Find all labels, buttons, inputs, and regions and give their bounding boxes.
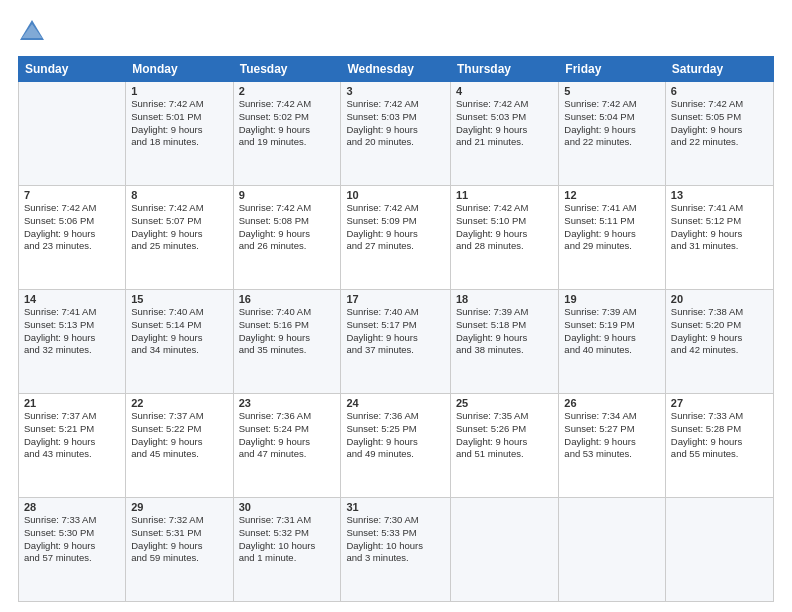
day-detail: Sunrise: 7:33 AMSunset: 5:28 PMDaylight:… [671,410,768,461]
day-detail: Sunrise: 7:42 AMSunset: 5:01 PMDaylight:… [131,98,227,149]
calendar-cell: 18Sunrise: 7:39 AMSunset: 5:18 PMDayligh… [451,290,559,394]
day-detail: Sunrise: 7:40 AMSunset: 5:16 PMDaylight:… [239,306,336,357]
day-detail: Sunrise: 7:41 AMSunset: 5:13 PMDaylight:… [24,306,120,357]
day-detail: Sunrise: 7:42 AMSunset: 5:08 PMDaylight:… [239,202,336,253]
day-detail: Sunrise: 7:42 AMSunset: 5:10 PMDaylight:… [456,202,553,253]
day-detail: Sunrise: 7:31 AMSunset: 5:32 PMDaylight:… [239,514,336,565]
calendar-cell: 14Sunrise: 7:41 AMSunset: 5:13 PMDayligh… [19,290,126,394]
day-number: 26 [564,397,660,409]
day-number: 31 [346,501,445,513]
calendar-cell: 22Sunrise: 7:37 AMSunset: 5:22 PMDayligh… [126,394,233,498]
calendar-cell: 15Sunrise: 7:40 AMSunset: 5:14 PMDayligh… [126,290,233,394]
day-number: 6 [671,85,768,97]
calendar-table: SundayMondayTuesdayWednesdayThursdayFrid… [18,56,774,602]
day-detail: Sunrise: 7:39 AMSunset: 5:18 PMDaylight:… [456,306,553,357]
day-detail: Sunrise: 7:35 AMSunset: 5:26 PMDaylight:… [456,410,553,461]
day-number: 20 [671,293,768,305]
day-number: 11 [456,189,553,201]
day-detail: Sunrise: 7:42 AMSunset: 5:04 PMDaylight:… [564,98,660,149]
day-detail: Sunrise: 7:42 AMSunset: 5:05 PMDaylight:… [671,98,768,149]
day-number: 18 [456,293,553,305]
day-number: 25 [456,397,553,409]
calendar-cell: 21Sunrise: 7:37 AMSunset: 5:21 PMDayligh… [19,394,126,498]
calendar-cell [451,498,559,602]
day-detail: Sunrise: 7:42 AMSunset: 5:03 PMDaylight:… [346,98,445,149]
day-number: 3 [346,85,445,97]
day-detail: Sunrise: 7:42 AMSunset: 5:07 PMDaylight:… [131,202,227,253]
week-row-4: 21Sunrise: 7:37 AMSunset: 5:21 PMDayligh… [19,394,774,498]
calendar-cell: 28Sunrise: 7:33 AMSunset: 5:30 PMDayligh… [19,498,126,602]
week-row-3: 14Sunrise: 7:41 AMSunset: 5:13 PMDayligh… [19,290,774,394]
day-detail: Sunrise: 7:42 AMSunset: 5:03 PMDaylight:… [456,98,553,149]
calendar-cell: 5Sunrise: 7:42 AMSunset: 5:04 PMDaylight… [559,82,666,186]
calendar-cell: 24Sunrise: 7:36 AMSunset: 5:25 PMDayligh… [341,394,451,498]
calendar-cell: 8Sunrise: 7:42 AMSunset: 5:07 PMDaylight… [126,186,233,290]
calendar-cell: 31Sunrise: 7:30 AMSunset: 5:33 PMDayligh… [341,498,451,602]
day-number: 14 [24,293,120,305]
calendar-cell: 29Sunrise: 7:32 AMSunset: 5:31 PMDayligh… [126,498,233,602]
calendar-cell: 9Sunrise: 7:42 AMSunset: 5:08 PMDaylight… [233,186,341,290]
day-detail: Sunrise: 7:30 AMSunset: 5:33 PMDaylight:… [346,514,445,565]
day-header-thursday: Thursday [451,57,559,82]
calendar-cell: 23Sunrise: 7:36 AMSunset: 5:24 PMDayligh… [233,394,341,498]
day-number: 8 [131,189,227,201]
day-detail: Sunrise: 7:39 AMSunset: 5:19 PMDaylight:… [564,306,660,357]
day-number: 9 [239,189,336,201]
calendar-cell: 4Sunrise: 7:42 AMSunset: 5:03 PMDaylight… [451,82,559,186]
calendar-cell: 13Sunrise: 7:41 AMSunset: 5:12 PMDayligh… [665,186,773,290]
day-number: 29 [131,501,227,513]
week-row-2: 7Sunrise: 7:42 AMSunset: 5:06 PMDaylight… [19,186,774,290]
calendar-cell: 2Sunrise: 7:42 AMSunset: 5:02 PMDaylight… [233,82,341,186]
day-header-saturday: Saturday [665,57,773,82]
day-number: 30 [239,501,336,513]
day-detail: Sunrise: 7:37 AMSunset: 5:21 PMDaylight:… [24,410,120,461]
day-detail: Sunrise: 7:34 AMSunset: 5:27 PMDaylight:… [564,410,660,461]
calendar-cell [559,498,666,602]
logo-icon [18,18,46,46]
day-detail: Sunrise: 7:36 AMSunset: 5:24 PMDaylight:… [239,410,336,461]
calendar-cell [19,82,126,186]
day-number: 24 [346,397,445,409]
svg-marker-1 [22,24,42,38]
day-header-sunday: Sunday [19,57,126,82]
day-number: 2 [239,85,336,97]
day-detail: Sunrise: 7:33 AMSunset: 5:30 PMDaylight:… [24,514,120,565]
calendar-cell: 6Sunrise: 7:42 AMSunset: 5:05 PMDaylight… [665,82,773,186]
calendar-cell: 7Sunrise: 7:42 AMSunset: 5:06 PMDaylight… [19,186,126,290]
day-header-monday: Monday [126,57,233,82]
day-header-friday: Friday [559,57,666,82]
calendar-header: SundayMondayTuesdayWednesdayThursdayFrid… [19,57,774,82]
logo [18,18,50,46]
day-header-wednesday: Wednesday [341,57,451,82]
day-detail: Sunrise: 7:42 AMSunset: 5:02 PMDaylight:… [239,98,336,149]
day-number: 10 [346,189,445,201]
calendar-cell: 20Sunrise: 7:38 AMSunset: 5:20 PMDayligh… [665,290,773,394]
day-number: 17 [346,293,445,305]
day-detail: Sunrise: 7:40 AMSunset: 5:14 PMDaylight:… [131,306,227,357]
day-number: 22 [131,397,227,409]
calendar-cell: 16Sunrise: 7:40 AMSunset: 5:16 PMDayligh… [233,290,341,394]
day-number: 1 [131,85,227,97]
day-detail: Sunrise: 7:42 AMSunset: 5:06 PMDaylight:… [24,202,120,253]
calendar-cell: 27Sunrise: 7:33 AMSunset: 5:28 PMDayligh… [665,394,773,498]
calendar-cell: 3Sunrise: 7:42 AMSunset: 5:03 PMDaylight… [341,82,451,186]
day-detail: Sunrise: 7:41 AMSunset: 5:11 PMDaylight:… [564,202,660,253]
day-number: 28 [24,501,120,513]
day-header-tuesday: Tuesday [233,57,341,82]
calendar-cell: 25Sunrise: 7:35 AMSunset: 5:26 PMDayligh… [451,394,559,498]
page-header [18,18,774,46]
day-number: 5 [564,85,660,97]
day-detail: Sunrise: 7:41 AMSunset: 5:12 PMDaylight:… [671,202,768,253]
day-detail: Sunrise: 7:37 AMSunset: 5:22 PMDaylight:… [131,410,227,461]
day-number: 16 [239,293,336,305]
calendar-cell: 30Sunrise: 7:31 AMSunset: 5:32 PMDayligh… [233,498,341,602]
calendar-cell: 11Sunrise: 7:42 AMSunset: 5:10 PMDayligh… [451,186,559,290]
day-detail: Sunrise: 7:38 AMSunset: 5:20 PMDaylight:… [671,306,768,357]
day-number: 19 [564,293,660,305]
day-number: 4 [456,85,553,97]
calendar-cell: 19Sunrise: 7:39 AMSunset: 5:19 PMDayligh… [559,290,666,394]
day-number: 13 [671,189,768,201]
calendar-cell: 26Sunrise: 7:34 AMSunset: 5:27 PMDayligh… [559,394,666,498]
day-number: 27 [671,397,768,409]
day-detail: Sunrise: 7:40 AMSunset: 5:17 PMDaylight:… [346,306,445,357]
